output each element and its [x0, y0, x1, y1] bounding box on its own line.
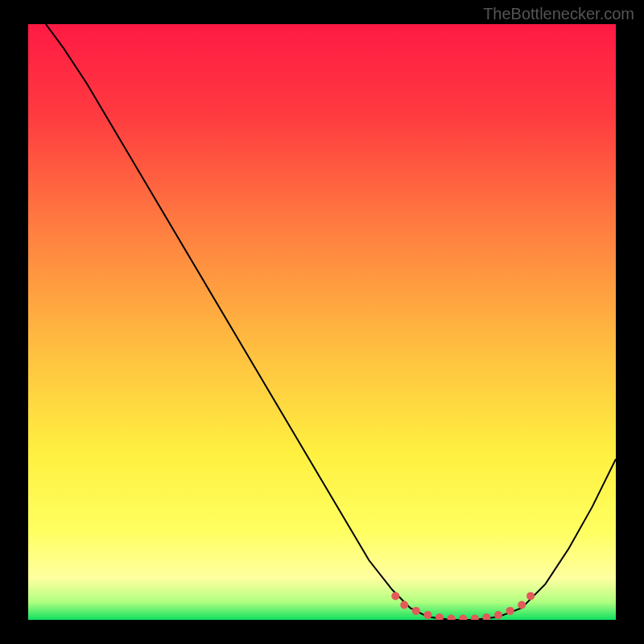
marker-point [391, 592, 399, 600]
chart-svg [28, 24, 616, 620]
marker-point [526, 592, 535, 600]
marker-point [506, 607, 514, 615]
chart-container: TheBottlenecker.com [0, 0, 644, 644]
watermark-text: TheBottlenecker.com [483, 5, 634, 23]
marker-point [423, 611, 431, 619]
marker-point [400, 601, 408, 609]
marker-point [494, 611, 502, 619]
marker-point [412, 607, 420, 615]
plot-area [28, 24, 616, 620]
marker-point [518, 601, 526, 609]
gradient-background [28, 24, 616, 620]
